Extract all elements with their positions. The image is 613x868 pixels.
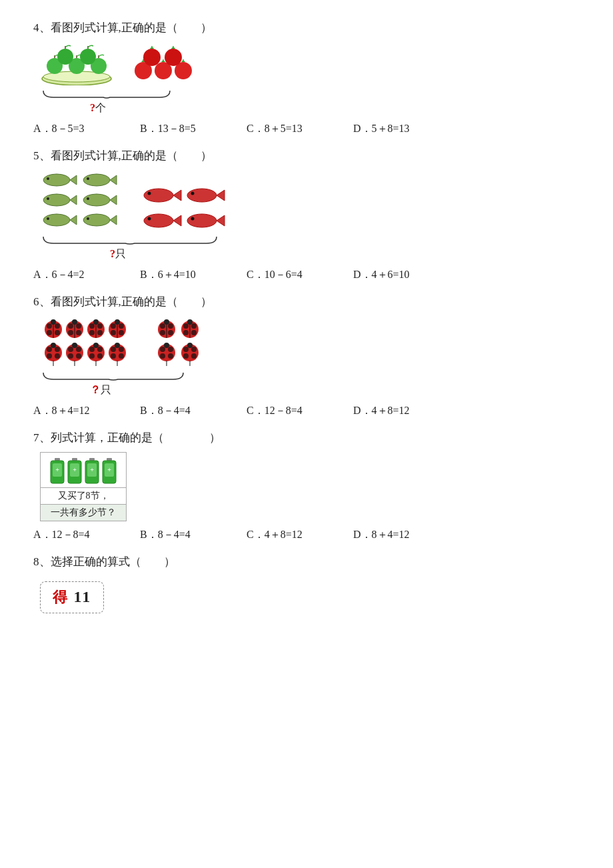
q5-option-b: B．6＋4=10 [140,268,220,282]
svg-point-95 [89,347,95,352]
svg-marker-32 [110,195,117,205]
q6-options: A．8＋4=12 B．8－4=4 C．12－8=4 D．4＋8=12 [33,404,580,418]
svg-point-20 [165,49,182,66]
svg-text:+: + [73,466,77,473]
q5-option-c: C．10－6=4 [247,268,326,282]
q5-brace-label: ?只 [110,247,126,261]
svg-point-69 [89,330,95,335]
svg-point-123 [160,347,165,352]
svg-point-118 [183,330,189,335]
q4-option-b: B．13－8=5 [140,122,220,136]
svg-point-51 [191,217,195,221]
svg-point-62 [68,330,73,335]
q4-option-a: A．8－5=3 [33,122,113,136]
q6-image [40,316,580,369]
svg-point-56 [55,330,60,335]
de-label: 得 [53,589,69,605]
svg-point-107 [115,343,120,348]
q4-option-c: C．8＋5=13 [247,122,326,136]
svg-point-79 [115,319,120,325]
svg-point-25 [83,174,110,186]
q4-brace: ??个个 [40,88,580,115]
q6-brace: ？只 [40,370,580,397]
svg-point-105 [119,353,124,359]
svg-point-98 [97,353,103,359]
svg-point-112 [168,330,173,335]
tomato-group [133,44,193,87]
battery-images: + + + + [41,453,126,488]
q5-image [40,170,580,233]
svg-point-111 [160,330,165,335]
svg-point-97 [89,353,95,359]
svg-point-10 [80,49,96,65]
svg-point-65 [72,319,77,325]
svg-point-60 [68,323,73,329]
svg-point-128 [164,343,169,348]
svg-point-70 [97,330,103,335]
svg-point-76 [111,330,116,335]
apple-plate [40,42,113,88]
svg-point-130 [183,347,189,352]
svg-point-91 [76,353,81,359]
svg-point-121 [187,319,193,325]
svg-marker-50 [217,215,225,226]
question-7: 7、列式计算，正确的是（ ） + + [33,430,580,542]
red-fish-group [140,183,227,233]
svg-marker-47 [173,215,181,226]
svg-marker-35 [70,215,77,225]
svg-point-61 [76,323,81,329]
svg-point-133 [191,353,197,359]
svg-point-102 [111,347,116,352]
svg-point-28 [43,194,70,206]
green-fish-group [40,170,127,233]
q5-title: 5、看图列式计算,正确的是（ ） [33,148,580,163]
svg-point-104 [111,353,116,359]
svg-point-43 [187,189,217,202]
svg-point-31 [83,194,110,206]
svg-point-77 [119,330,124,335]
svg-point-100 [93,343,99,348]
q6-option-a: A．8＋4=12 [33,404,113,418]
svg-point-40 [144,189,173,202]
q4-brace-label: ??个个 [90,101,106,115]
svg-marker-38 [110,215,117,225]
q5-option-a: A．6－4=2 [33,268,113,282]
svg-rect-140 [72,458,77,461]
svg-point-22 [43,174,70,186]
de11-display: 得 11 [40,581,104,613]
svg-point-48 [148,217,151,221]
svg-point-33 [87,197,89,200]
svg-point-30 [47,197,49,200]
q7-image: + + + + [40,452,580,521]
svg-point-110 [168,323,173,329]
svg-point-81 [47,347,52,352]
q4-title: 4、看图列式计算,正确的是（ ） [33,20,580,35]
svg-text:+: + [55,466,59,473]
q7-option-b: B．8－4=4 [140,528,220,542]
q7-options: A．12－8=4 B．8－4=4 C．4＋8=12 D．8＋4=12 [33,528,580,542]
svg-point-8 [57,49,73,65]
svg-point-83 [47,353,52,359]
svg-point-74 [111,323,116,329]
svg-point-90 [68,353,73,359]
svg-point-49 [187,214,217,227]
q4-options: A．8－5=3 B．13－8=5 C．8＋5=13 D．5＋8=13 [33,122,580,136]
svg-point-82 [55,347,60,352]
svg-marker-26 [110,175,117,185]
svg-point-119 [191,330,197,335]
svg-point-53 [47,323,52,329]
svg-point-116 [183,323,189,329]
q7-title: 7、列式计算，正确的是（ ） [33,430,580,445]
battery-text1: 又买了8节， [41,488,126,505]
svg-point-67 [89,323,95,329]
q7-option-c: C．4＋8=12 [247,528,326,542]
q6-option-c: C．12－8=4 [247,404,326,418]
svg-point-109 [160,323,165,329]
q5-option-d: D．4＋6=10 [353,268,433,282]
svg-point-36 [47,217,49,220]
q7-option-a: A．12－8=4 [33,528,113,542]
svg-rect-136 [55,458,60,461]
question-4: 4、看图列式计算,正确的是（ ） [33,20,580,136]
svg-point-27 [87,177,89,180]
svg-point-58 [51,319,56,325]
